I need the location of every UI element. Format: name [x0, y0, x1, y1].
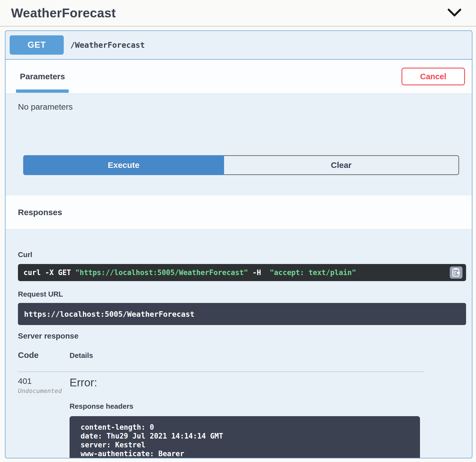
- execute-button[interactable]: Execute: [23, 155, 224, 175]
- responses-title: Responses: [18, 208, 62, 217]
- status-note: Undocumented: [18, 387, 70, 394]
- parameters-body: No parameters Execute Clear: [6, 93, 472, 196]
- curl-command: curl -X GET "https://localhost:5005/Weat…: [23, 268, 356, 277]
- request-url-label: Request URL: [18, 290, 465, 299]
- operation-path: /WeatherForecast: [70, 41, 145, 50]
- server-response-table: Code Details 401 Undocumented Error: Res…: [18, 350, 465, 458]
- response-headers-block: content-length: 0 date: Thu29 Jul 2021 1…: [70, 416, 420, 458]
- clipboard-copy-icon: [452, 268, 460, 278]
- curl-block: curl -X GET "https://localhost:5005/Weat…: [18, 264, 466, 281]
- table-row: 401 Undocumented Error: Response headers…: [18, 376, 465, 458]
- code-column-header: Code: [18, 350, 70, 360]
- response-headers-label: Response headers: [70, 402, 420, 411]
- parameters-section-header: Parameters Cancel: [6, 60, 472, 93]
- server-response-label: Server response: [18, 332, 465, 340]
- response-details-title: Error:: [70, 376, 420, 389]
- table-divider: [18, 371, 424, 372]
- copy-to-clipboard-button[interactable]: [450, 266, 462, 279]
- status-code: 401: [18, 376, 70, 386]
- operation-header: WeatherForecast: [0, 0, 476, 27]
- request-url-block: https://localhost:5005/WeatherForecast: [18, 303, 466, 325]
- table-header-row: Code Details: [18, 350, 465, 360]
- response-headers-content: content-length: 0 date: Thu29 Jul 2021 1…: [81, 423, 420, 458]
- method-badge-get: GET: [10, 35, 64, 55]
- responses-body: Curl curl -X GET "https://localhost:5005…: [6, 229, 472, 458]
- clear-button[interactable]: Clear: [224, 155, 459, 175]
- cancel-button[interactable]: Cancel: [401, 68, 465, 85]
- responses-section-header: Responses: [6, 196, 472, 229]
- details-column-header: Details: [70, 351, 93, 360]
- tab-parameters[interactable]: Parameters: [19, 72, 65, 81]
- curl-label: Curl: [18, 250, 465, 259]
- collapse-button[interactable]: [447, 8, 462, 19]
- opblock-get-weatherforecast: GET /WeatherForecast Parameters Cancel N…: [5, 30, 472, 458]
- no-parameters-text: No parameters: [18, 97, 472, 112]
- execute-row: Execute Clear: [23, 155, 459, 175]
- chevron-down-icon: [447, 8, 462, 19]
- page-title: WeatherForecast: [11, 6, 116, 20]
- opblock-summary[interactable]: GET /WeatherForecast: [6, 31, 472, 60]
- request-url-value: https://localhost:5005/WeatherForecast: [24, 310, 195, 318]
